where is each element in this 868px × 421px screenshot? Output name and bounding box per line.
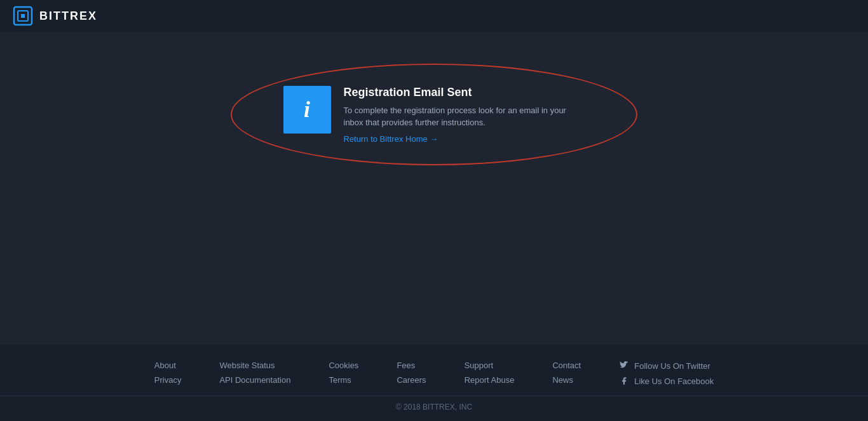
footer: AboutPrivacyWebsite StatusAPI Documentat…	[0, 345, 868, 421]
info-icon-box: i	[283, 86, 331, 134]
notification-content: Registration Email Sent To complete the …	[344, 86, 585, 144]
return-home-link[interactable]: Return to Bittrex Home →	[344, 134, 585, 144]
social-link-1[interactable]: Like Us On Facebook	[619, 376, 714, 386]
footer-link-2-0[interactable]: Cookies	[329, 361, 358, 370]
footer-link-3-1[interactable]: Careers	[397, 375, 426, 385]
logo-text: BITTREX	[39, 10, 97, 23]
footer-column-5: ContactNews	[552, 361, 581, 385]
footer-link-5-1[interactable]: News	[552, 375, 581, 385]
bittrex-logo-icon	[13, 6, 33, 26]
facebook-icon	[619, 376, 629, 386]
social-link-0[interactable]: Follow Us On Twitter	[619, 361, 714, 371]
footer-link-3-0[interactable]: Fees	[397, 361, 426, 370]
notification-message: To complete the registration process loo…	[344, 104, 585, 129]
social-label-0: Follow Us On Twitter	[634, 361, 710, 371]
social-label-1: Like Us On Facebook	[634, 376, 714, 386]
notification-box: i Registration Email Sent To complete th…	[245, 86, 623, 144]
oval-container: i Registration Email Sent To complete th…	[231, 64, 637, 165]
footer-social: Follow Us On TwitterLike Us On Facebook	[619, 361, 714, 386]
footer-column-4: SupportReport Abuse	[465, 361, 515, 385]
footer-column-1: Website StatusAPI Documentation	[219, 361, 290, 385]
footer-column-3: FeesCareers	[397, 361, 426, 385]
footer-links: AboutPrivacyWebsite StatusAPI Documentat…	[0, 361, 868, 386]
main-content: i Registration Email Sent To complete th…	[0, 32, 868, 345]
footer-column-0: AboutPrivacy	[154, 361, 182, 385]
footer-link-1-0[interactable]: Website Status	[219, 361, 290, 370]
navbar: BITTREX	[0, 0, 868, 32]
footer-link-4-0[interactable]: Support	[465, 361, 515, 370]
footer-copyright: © 2018 BITTREX, INC	[0, 396, 868, 411]
logo-container: BITTREX	[13, 6, 97, 26]
footer-column-2: CookiesTerms	[329, 361, 358, 385]
twitter-icon	[619, 361, 629, 371]
footer-link-4-1[interactable]: Report Abuse	[465, 375, 515, 385]
footer-link-5-0[interactable]: Contact	[552, 361, 581, 370]
info-icon: i	[304, 96, 310, 123]
notification-title: Registration Email Sent	[344, 86, 585, 99]
footer-link-0-0[interactable]: About	[154, 361, 182, 370]
footer-link-0-1[interactable]: Privacy	[154, 375, 182, 385]
svg-rect-2	[21, 14, 25, 18]
footer-link-2-1[interactable]: Terms	[329, 375, 358, 385]
footer-link-1-1[interactable]: API Documentation	[219, 375, 290, 385]
